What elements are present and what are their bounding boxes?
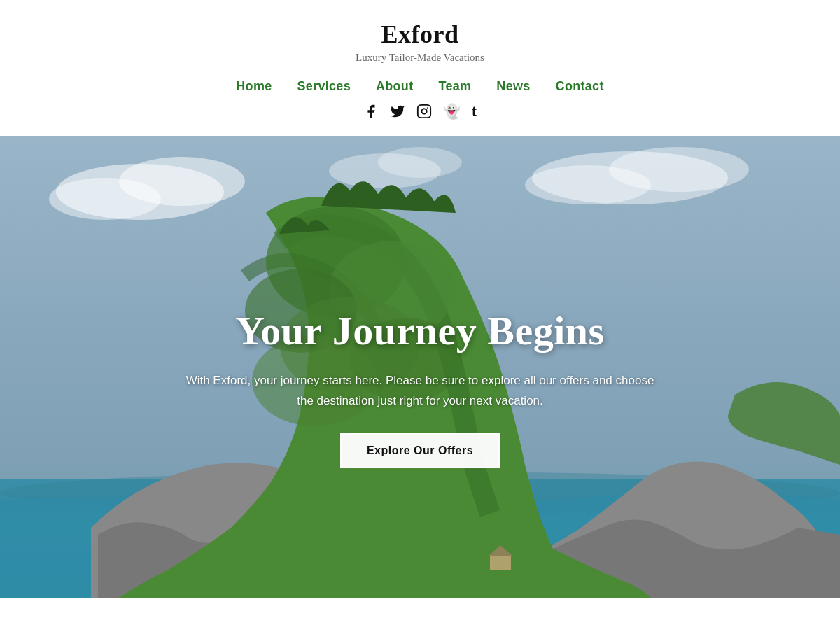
svg-rect-0 — [418, 105, 430, 118]
twitter-icon[interactable] — [390, 104, 405, 123]
nav-item-news[interactable]: News — [496, 79, 530, 94]
nav-item-contact[interactable]: Contact — [556, 79, 604, 94]
svg-rect-20 — [490, 556, 511, 570]
hero-content: Your Journey Begins With Exford, your jo… — [168, 307, 672, 468]
main-nav: Home Services About Team News Contact — [0, 79, 840, 94]
svg-point-5 — [49, 178, 161, 220]
explore-offers-button[interactable]: Explore Our Offers — [340, 433, 500, 468]
tumblr-icon[interactable]: t — [472, 104, 477, 123]
snapchat-icon[interactable]: 👻 — [443, 104, 461, 123]
hero-section: Your Journey Begins With Exford, your jo… — [0, 136, 840, 598]
nav-item-services[interactable]: Services — [298, 79, 351, 94]
svg-point-10 — [378, 147, 462, 178]
nav-item-team[interactable]: Team — [438, 79, 471, 94]
nav-item-home[interactable]: Home — [236, 79, 272, 94]
facebook-icon[interactable] — [363, 104, 379, 123]
svg-point-8 — [525, 165, 651, 204]
site-header: Exford Luxury Tailor-Made Vacations Home… — [0, 0, 840, 136]
social-icons-bar: 👻 t — [0, 104, 840, 123]
nav-item-about[interactable]: About — [376, 79, 413, 94]
hero-title: Your Journey Begins — [182, 307, 658, 354]
site-title: Exford — [0, 20, 840, 49]
hero-subtitle: With Exford, your journey starts here. P… — [182, 371, 658, 410]
instagram-icon[interactable] — [416, 104, 432, 123]
site-tagline: Luxury Tailor-Made Vacations — [0, 52, 840, 64]
